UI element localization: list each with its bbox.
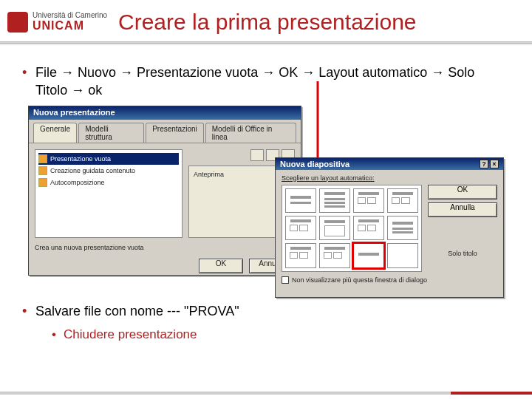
layout-table[interactable]: [387, 188, 418, 213]
close-icon[interactable]: ×: [490, 160, 499, 168]
layout-object[interactable]: [319, 243, 350, 267]
layout-org[interactable]: [387, 216, 418, 240]
layout-blank[interactable]: [387, 243, 418, 267]
slide-header: Università di Camerino UNICAM Creare la …: [0, 0, 532, 44]
dialog2-selected-caption: Solo titolo: [428, 250, 497, 257]
logo-brand: UNICAM: [33, 19, 107, 33]
template-icon: [38, 154, 47, 163]
list-item-label: Autocomposizione: [50, 179, 105, 186]
dialog1-hint: Crea una nuova presentazione vuota: [29, 244, 301, 256]
help-icon[interactable]: ?: [480, 160, 488, 168]
bullet-save: Salvare file con nome --- "PROVA": [22, 302, 510, 320]
bullet-close: Chiudere presentazione: [52, 327, 510, 342]
layout-bulleted[interactable]: [319, 188, 350, 213]
dialog-new-slide: Nuova diapositiva ? × Scegliere un layou…: [275, 157, 504, 298]
layout-picker[interactable]: [282, 185, 422, 272]
dialog1-tabs: Generale Modelli struttura Presentazioni…: [29, 120, 301, 143]
dialog2-checkbox-label: Non visualizzare più questa finestra di …: [292, 276, 427, 284]
tab-presentations[interactable]: Presentazioni: [146, 123, 204, 143]
slide-content: File → Nuovo → Presentazione vuota → OK …: [0, 44, 532, 354]
template-icon: [38, 178, 47, 187]
dialog1-ok-button[interactable]: OK: [199, 259, 243, 273]
layout-title-slide[interactable]: [285, 188, 316, 213]
template-icon: [38, 166, 47, 175]
dialog2-title-text: Nuova diapositiva: [280, 160, 349, 168]
list-item-label: Presentazione vuota: [50, 155, 111, 163]
footer-accent: [451, 392, 532, 395]
dialog1-template-list[interactable]: Presentazione vuota Creazione guidata co…: [35, 149, 183, 238]
list-item-label: Creazione guidata contenuto: [50, 167, 135, 174]
dialog2-dont-show-checkbox[interactable]: [282, 276, 289, 284]
dialog2-ok-button[interactable]: OK: [428, 185, 497, 200]
tab-general[interactable]: Generale: [33, 123, 77, 143]
screenshots-area: Nuova presentazione Generale Modelli str…: [22, 106, 510, 298]
list-item-wizard[interactable]: Creazione guidata contenuto: [38, 165, 179, 177]
layout-clip-text[interactable]: [285, 243, 316, 267]
header-divider: [0, 41, 532, 44]
slide-title: Creare la prima presentazione: [118, 10, 417, 35]
layout-two-col[interactable]: [353, 188, 384, 213]
logo-university-line: Università di Camerino: [33, 12, 107, 19]
view-large-icon[interactable]: [250, 149, 264, 161]
layout-chart[interactable]: [319, 216, 350, 240]
layout-text-chart[interactable]: [285, 216, 316, 240]
list-item-auto[interactable]: Autocomposizione: [38, 177, 179, 188]
layout-title-only[interactable]: [353, 243, 384, 267]
dialog2-cancel-button[interactable]: Annulla: [428, 202, 497, 217]
list-item-blank[interactable]: Presentazione vuota: [38, 153, 179, 165]
logo: Università di Camerino UNICAM: [7, 7, 111, 37]
shield-icon: [7, 12, 28, 33]
dialog1-titlebar: Nuova presentazione: [29, 106, 301, 120]
layout-text-clip[interactable]: [353, 216, 384, 240]
dialog-new-presentation: Nuova presentazione Generale Modelli str…: [28, 106, 301, 276]
tab-templates[interactable]: Modelli struttura: [78, 123, 144, 143]
dialog2-prompt: Scegliere un layout automatico:: [282, 174, 497, 182]
tab-online[interactable]: Modelli di Office in linea: [205, 123, 296, 143]
dialog2-titlebar: Nuova diapositiva ? ×: [276, 158, 503, 170]
bullet-steps: File → Nuovo → Presentazione vuota → OK …: [22, 64, 510, 100]
